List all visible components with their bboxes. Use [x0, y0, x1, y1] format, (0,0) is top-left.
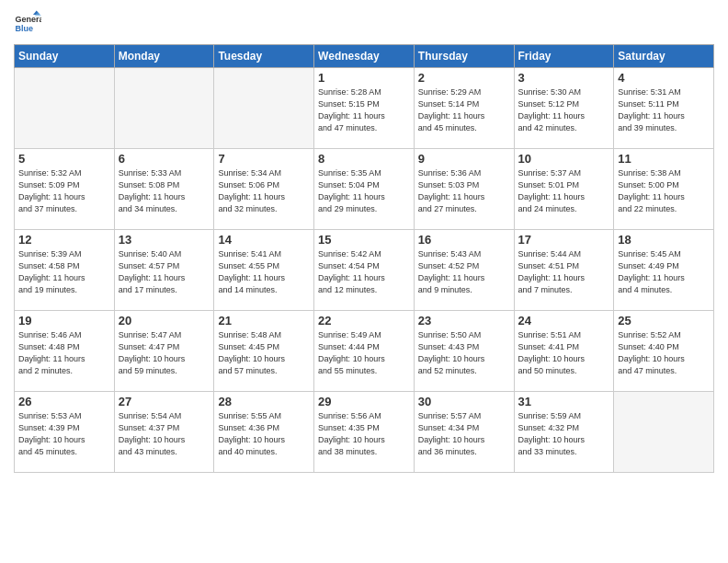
day-number: 24	[518, 314, 610, 327]
day-number: 4	[618, 71, 710, 85]
day-number: 23	[418, 314, 510, 327]
calendar-cell: 9Sunrise: 5:36 AM Sunset: 5:03 PM Daylig…	[414, 149, 514, 230]
calendar-cell: 4Sunrise: 5:31 AM Sunset: 5:11 PM Daylig…	[614, 68, 714, 149]
header: General Blue	[14, 9, 714, 37]
day-number: 27	[119, 395, 210, 408]
day-number: 11	[618, 152, 710, 166]
calendar-cell: 6Sunrise: 5:33 AM Sunset: 5:08 PM Daylig…	[114, 149, 214, 230]
day-info: Sunrise: 5:44 AM Sunset: 4:51 PM Dayligh…	[518, 248, 610, 296]
day-info: Sunrise: 5:43 AM Sunset: 4:52 PM Dayligh…	[418, 248, 510, 296]
calendar-cell: 16Sunrise: 5:43 AM Sunset: 4:52 PM Dayli…	[414, 230, 514, 311]
day-info: Sunrise: 5:42 AM Sunset: 4:54 PM Dayligh…	[318, 248, 410, 296]
day-info: Sunrise: 5:30 AM Sunset: 5:12 PM Dayligh…	[518, 86, 610, 134]
day-info: Sunrise: 5:31 AM Sunset: 5:11 PM Dayligh…	[618, 86, 710, 134]
day-info: Sunrise: 5:33 AM Sunset: 5:08 PM Dayligh…	[119, 167, 210, 215]
calendar-cell: 2Sunrise: 5:29 AM Sunset: 5:14 PM Daylig…	[414, 68, 514, 149]
day-number: 9	[418, 152, 510, 166]
week-row-5: 26Sunrise: 5:53 AM Sunset: 4:39 PM Dayli…	[15, 392, 714, 473]
week-row-1: 1Sunrise: 5:28 AM Sunset: 5:15 PM Daylig…	[15, 68, 714, 149]
calendar-cell: 18Sunrise: 5:45 AM Sunset: 4:49 PM Dayli…	[614, 230, 714, 311]
calendar-cell: 19Sunrise: 5:46 AM Sunset: 4:48 PM Dayli…	[15, 311, 115, 392]
day-info: Sunrise: 5:45 AM Sunset: 4:49 PM Dayligh…	[618, 248, 710, 296]
day-number: 13	[119, 233, 210, 247]
week-row-2: 5Sunrise: 5:32 AM Sunset: 5:09 PM Daylig…	[15, 149, 714, 230]
day-number: 6	[119, 152, 210, 166]
day-info: Sunrise: 5:54 AM Sunset: 4:37 PM Dayligh…	[119, 410, 210, 458]
day-number: 8	[318, 152, 410, 166]
calendar-cell: 8Sunrise: 5:35 AM Sunset: 5:04 PM Daylig…	[314, 149, 415, 230]
col-header-wednesday: Wednesday	[314, 45, 415, 68]
day-number: 31	[518, 395, 610, 408]
logo-icon: General Blue	[14, 9, 41, 37]
day-number: 22	[318, 314, 410, 327]
calendar-cell	[614, 392, 714, 473]
calendar-cell: 12Sunrise: 5:39 AM Sunset: 4:58 PM Dayli…	[15, 230, 115, 311]
col-header-monday: Monday	[114, 45, 214, 68]
day-info: Sunrise: 5:49 AM Sunset: 4:44 PM Dayligh…	[318, 329, 410, 377]
day-number: 26	[18, 395, 110, 408]
day-number: 17	[518, 233, 610, 247]
day-number: 30	[418, 395, 510, 408]
calendar-cell: 10Sunrise: 5:37 AM Sunset: 5:01 PM Dayli…	[514, 149, 614, 230]
col-header-sunday: Sunday	[15, 45, 115, 68]
day-number: 7	[218, 152, 310, 166]
day-number: 3	[518, 71, 610, 85]
calendar-cell: 22Sunrise: 5:49 AM Sunset: 4:44 PM Dayli…	[314, 311, 415, 392]
calendar-cell: 11Sunrise: 5:38 AM Sunset: 5:00 PM Dayli…	[614, 149, 714, 230]
calendar-cell: 24Sunrise: 5:51 AM Sunset: 4:41 PM Dayli…	[514, 311, 614, 392]
calendar-cell: 7Sunrise: 5:34 AM Sunset: 5:06 PM Daylig…	[214, 149, 314, 230]
day-number: 14	[218, 233, 310, 247]
day-number: 28	[218, 395, 310, 408]
day-info: Sunrise: 5:41 AM Sunset: 4:55 PM Dayligh…	[218, 248, 310, 296]
day-info: Sunrise: 5:59 AM Sunset: 4:32 PM Dayligh…	[518, 410, 610, 458]
calendar-cell: 28Sunrise: 5:55 AM Sunset: 4:36 PM Dayli…	[214, 392, 314, 473]
col-header-friday: Friday	[514, 45, 614, 68]
week-row-3: 12Sunrise: 5:39 AM Sunset: 4:58 PM Dayli…	[15, 230, 714, 311]
calendar-cell: 17Sunrise: 5:44 AM Sunset: 4:51 PM Dayli…	[514, 230, 614, 311]
day-info: Sunrise: 5:39 AM Sunset: 4:58 PM Dayligh…	[18, 248, 110, 296]
col-header-saturday: Saturday	[614, 45, 714, 68]
week-row-4: 19Sunrise: 5:46 AM Sunset: 4:48 PM Dayli…	[15, 311, 714, 392]
calendar-cell: 1Sunrise: 5:28 AM Sunset: 5:15 PM Daylig…	[314, 68, 415, 149]
day-info: Sunrise: 5:57 AM Sunset: 4:34 PM Dayligh…	[418, 410, 510, 458]
calendar-cell	[114, 68, 214, 149]
calendar-cell: 20Sunrise: 5:47 AM Sunset: 4:47 PM Dayli…	[114, 311, 214, 392]
day-info: Sunrise: 5:35 AM Sunset: 5:04 PM Dayligh…	[318, 167, 410, 215]
col-header-tuesday: Tuesday	[214, 45, 314, 68]
day-number: 12	[18, 233, 110, 247]
logo: General Blue	[14, 9, 41, 37]
day-info: Sunrise: 5:47 AM Sunset: 4:47 PM Dayligh…	[119, 329, 210, 377]
day-number: 10	[518, 152, 610, 166]
day-number: 2	[418, 71, 510, 85]
svg-text:Blue: Blue	[16, 24, 34, 33]
day-info: Sunrise: 5:38 AM Sunset: 5:00 PM Dayligh…	[618, 167, 710, 215]
day-info: Sunrise: 5:36 AM Sunset: 5:03 PM Dayligh…	[418, 167, 510, 215]
day-number: 15	[318, 233, 410, 247]
day-info: Sunrise: 5:51 AM Sunset: 4:41 PM Dayligh…	[518, 329, 610, 377]
day-info: Sunrise: 5:40 AM Sunset: 4:57 PM Dayligh…	[119, 248, 210, 296]
day-info: Sunrise: 5:53 AM Sunset: 4:39 PM Dayligh…	[18, 410, 110, 458]
calendar-header-row: SundayMondayTuesdayWednesdayThursdayFrid…	[15, 45, 714, 68]
col-header-thursday: Thursday	[414, 45, 514, 68]
calendar-cell: 25Sunrise: 5:52 AM Sunset: 4:40 PM Dayli…	[614, 311, 714, 392]
calendar-cell: 13Sunrise: 5:40 AM Sunset: 4:57 PM Dayli…	[114, 230, 214, 311]
calendar-cell: 15Sunrise: 5:42 AM Sunset: 4:54 PM Dayli…	[314, 230, 415, 311]
day-number: 16	[418, 233, 510, 247]
calendar-table: SundayMondayTuesdayWednesdayThursdayFrid…	[14, 44, 714, 473]
calendar-cell: 3Sunrise: 5:30 AM Sunset: 5:12 PM Daylig…	[514, 68, 614, 149]
calendar-cell: 29Sunrise: 5:56 AM Sunset: 4:35 PM Dayli…	[314, 392, 415, 473]
calendar-cell: 21Sunrise: 5:48 AM Sunset: 4:45 PM Dayli…	[214, 311, 314, 392]
day-info: Sunrise: 5:55 AM Sunset: 4:36 PM Dayligh…	[218, 410, 310, 458]
calendar-cell: 5Sunrise: 5:32 AM Sunset: 5:09 PM Daylig…	[15, 149, 115, 230]
day-number: 21	[218, 314, 310, 327]
day-info: Sunrise: 5:28 AM Sunset: 5:15 PM Dayligh…	[318, 86, 410, 134]
calendar-cell: 31Sunrise: 5:59 AM Sunset: 4:32 PM Dayli…	[514, 392, 614, 473]
day-info: Sunrise: 5:56 AM Sunset: 4:35 PM Dayligh…	[318, 410, 410, 458]
day-number: 25	[618, 314, 710, 327]
day-number: 1	[318, 71, 410, 85]
day-number: 18	[618, 233, 710, 247]
calendar-cell: 27Sunrise: 5:54 AM Sunset: 4:37 PM Dayli…	[114, 392, 214, 473]
calendar-cell: 30Sunrise: 5:57 AM Sunset: 4:34 PM Dayli…	[414, 392, 514, 473]
page: General Blue SundayMondayTuesdayWednesda…	[0, 0, 728, 563]
day-info: Sunrise: 5:37 AM Sunset: 5:01 PM Dayligh…	[518, 167, 610, 215]
